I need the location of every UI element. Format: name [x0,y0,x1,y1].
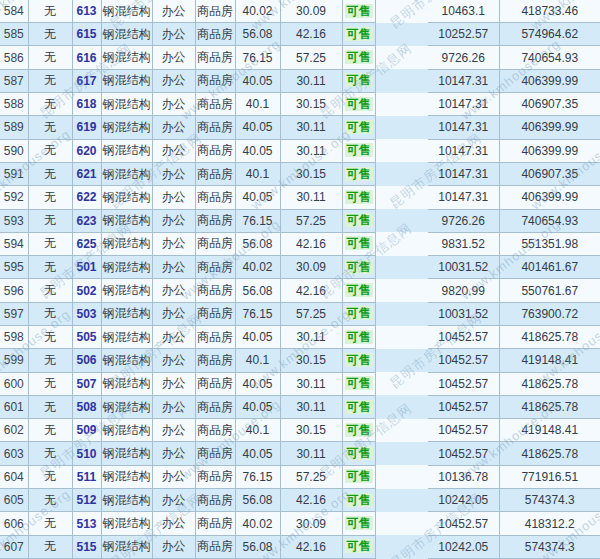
inner-area: 30.15 [280,349,342,372]
inner-area: 30.09 [280,0,342,23]
sale-status-text: 可售 [345,167,373,181]
unit-number-link[interactable]: 613 [72,0,101,23]
usage-type: 办公 [152,512,195,535]
table-row: 601无508钢混结构办公商品房40.0530.11可售10452.574186… [0,395,600,418]
row-number: 585 [0,23,28,46]
unit-number-link[interactable]: 616 [72,46,101,69]
usage-type: 办公 [152,93,195,116]
sale-status-text: 可售 [345,143,373,157]
unit-number-link[interactable]: 508 [72,395,101,418]
inner-area: 30.11 [280,395,342,418]
housing-category: 商品房 [195,46,235,69]
usage-type: 办公 [152,256,195,279]
table-row: 595无501钢混结构办公商品房40.0230.09可售10031.524014… [0,256,600,279]
unit-number-link[interactable]: 510 [72,442,101,465]
unit-number-link[interactable]: 621 [72,162,101,185]
inner-area: 42.16 [280,23,342,46]
sale-status-badge: 可售 [342,535,375,558]
unit-number-link[interactable]: 506 [72,349,101,372]
unit-number-link[interactable]: 503 [72,302,101,325]
unit-price: 10147.31 [428,93,499,116]
spacer-cell [375,279,428,302]
unit-number-link[interactable]: 619 [72,116,101,139]
sale-status-text: 可售 [345,423,373,437]
usage-type: 办公 [152,326,195,349]
unit-price: 10452.57 [428,326,499,349]
sale-status-text: 可售 [345,190,373,204]
unit-number-link[interactable]: 618 [72,93,101,116]
total-price: 406907.35 [499,162,600,185]
unit-number-link[interactable]: 505 [72,326,101,349]
row-number: 607 [0,535,28,558]
spacer-cell [375,23,428,46]
build-area: 40.05 [235,372,280,395]
inner-area: 42.16 [280,279,342,302]
row-number: 589 [0,116,28,139]
inner-area: 42.16 [280,232,342,255]
sale-status-text: 可售 [345,50,373,64]
mortgage-status: 无 [28,209,72,232]
unit-number-link[interactable]: 515 [72,535,101,558]
unit-number-link[interactable]: 513 [72,512,101,535]
unit-number-link[interactable]: 507 [72,372,101,395]
unit-number-link[interactable]: 502 [72,279,101,302]
unit-number-link[interactable]: 625 [72,232,101,255]
table-row: 603无510钢混结构办公商品房40.0530.11可售10452.574186… [0,442,600,465]
unit-number-link[interactable]: 617 [72,69,101,92]
unit-number-link[interactable]: 501 [72,256,101,279]
table-row: 602无509钢混结构办公商品房40.130.15可售10452.5741914… [0,419,600,442]
row-number: 597 [0,302,28,325]
structure-type: 钢混结构 [101,116,152,139]
unit-number-link[interactable]: 620 [72,139,101,162]
sale-status-badge: 可售 [342,256,375,279]
sale-status-badge: 可售 [342,372,375,395]
usage-type: 办公 [152,279,195,302]
sale-status-badge: 可售 [342,326,375,349]
row-number: 596 [0,279,28,302]
structure-type: 钢混结构 [101,186,152,209]
build-area: 40.1 [235,419,280,442]
mortgage-status: 无 [28,489,72,512]
unit-number-link[interactable]: 511 [72,465,101,488]
sale-status-badge: 可售 [342,162,375,185]
spacer-cell [375,442,428,465]
unit-price: 10147.31 [428,116,499,139]
unit-number-link[interactable]: 622 [72,186,101,209]
sale-status-badge: 可售 [342,442,375,465]
sale-status-text: 可售 [345,283,373,297]
sale-status-text: 可售 [345,260,373,274]
spacer-cell [375,302,428,325]
unit-number-link[interactable]: 623 [72,209,101,232]
unit-number-link[interactable]: 509 [72,419,101,442]
structure-type: 钢混结构 [101,69,152,92]
unit-price: 9831.52 [428,232,499,255]
usage-type: 办公 [152,162,195,185]
inner-area: 30.15 [280,93,342,116]
unit-price: 10452.57 [428,442,499,465]
mortgage-status: 无 [28,512,72,535]
spacer-cell [375,419,428,442]
spacer-cell [375,46,428,69]
spacer-cell [375,349,428,372]
sale-status-text: 可售 [345,97,373,111]
build-area: 76.15 [235,46,280,69]
build-area: 56.08 [235,23,280,46]
sale-status-badge: 可售 [342,419,375,442]
total-price: 406399.99 [499,139,600,162]
housing-category: 商品房 [195,489,235,512]
mortgage-status: 无 [28,139,72,162]
sale-status-text: 可售 [345,400,373,414]
unit-price: 10452.57 [428,512,499,535]
inner-area: 57.25 [280,209,342,232]
total-price: 418625.78 [499,442,600,465]
unit-number-link[interactable]: 512 [72,489,101,512]
row-number: 602 [0,419,28,442]
unit-price: 10147.31 [428,186,499,209]
total-price: 406399.99 [499,69,600,92]
build-area: 40.05 [235,186,280,209]
table-row: 604无511钢混结构办公商品房76.1557.25可售10136.787719… [0,465,600,488]
unit-price: 10452.57 [428,395,499,418]
build-area: 40.1 [235,162,280,185]
spacer-cell [375,326,428,349]
unit-number-link[interactable]: 615 [72,23,101,46]
